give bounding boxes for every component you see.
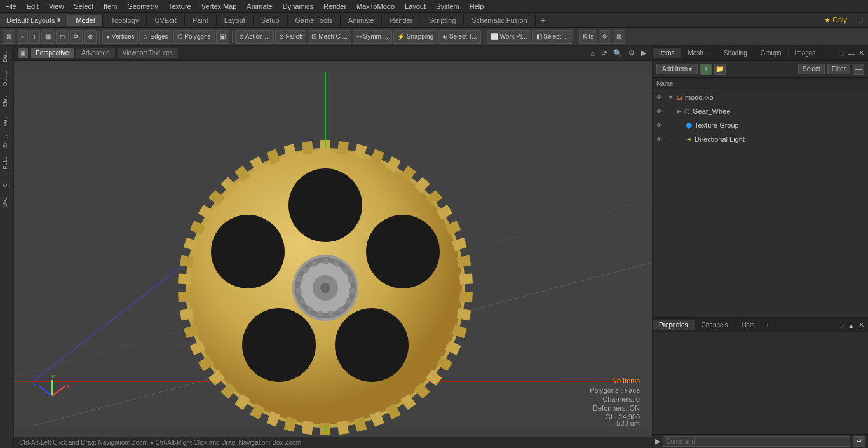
menu-edit[interactable]: Edit (22, 1, 44, 11)
item-arrow-expand[interactable]: ▼ (668, 94, 674, 100)
item-eye-icon[interactable]: 👁 (655, 93, 664, 102)
tb-selecti-btn[interactable]: ◧ Selecti ... (532, 30, 574, 44)
vp-settings-icon[interactable]: ⚙ (627, 49, 637, 57)
layout-tab-animate[interactable]: Animate (341, 15, 382, 26)
vp-tab-perspective[interactable]: Perspective (31, 48, 74, 58)
viewport-toggle[interactable]: ▣ (18, 48, 28, 58)
bottom-tab-channels[interactable]: Channels (695, 320, 735, 330)
add-item-button[interactable]: Add Item ▾ (656, 64, 698, 74)
vp-expand-icon[interactable]: ▶ (639, 49, 648, 57)
layout-tab-scripting[interactable]: Scripting (421, 15, 465, 26)
tb-plus-btn[interactable]: ⊕ (84, 30, 97, 44)
vp-refresh-icon[interactable]: ⟳ (599, 49, 609, 57)
layout-tab-setup[interactable]: Setup (254, 15, 288, 26)
vp-zoom-icon[interactable]: 🔍 (611, 49, 624, 57)
tb-rotate-btn[interactable]: ⟳ (70, 30, 83, 44)
tb-grid-btn[interactable]: ⊞ (3, 30, 15, 44)
menu-geometry[interactable]: Geometry (122, 1, 163, 11)
menu-render[interactable]: Render (318, 1, 351, 11)
tb-edges-btn[interactable]: ◇ Edges (139, 30, 172, 44)
vp-tab-advanced[interactable]: Advanced (76, 48, 114, 58)
tb-box-btn[interactable]: ◻ (56, 30, 69, 44)
menu-vertexmap[interactable]: Vertex Map (196, 1, 242, 11)
menu-select[interactable]: Select (69, 1, 98, 11)
panel-close-icon[interactable]: ✕ (857, 49, 865, 57)
list-item-gear[interactable]: 👁 ▶ ⬡ Gear_Wheel (653, 104, 868, 118)
tb-action-btn[interactable]: ⊙ Action ... (235, 30, 274, 44)
panel-tab-shading[interactable]: Shading (717, 48, 754, 58)
layout-tab-render[interactable]: Render (382, 15, 421, 26)
tb-mesh-btn[interactable]: ⊡ Mesh C ... (308, 30, 351, 44)
tb-circle-btn[interactable]: ○ (17, 30, 28, 44)
command-input[interactable] (663, 436, 850, 447)
tb-layout-icon[interactable]: ⊞ (613, 30, 625, 44)
bottom-collapse-icon[interactable]: ▲ (846, 322, 856, 329)
layout-tab-uvedit[interactable]: UVEdit (147, 15, 184, 26)
tb-snap-btn[interactable]: ⚡ Snapping (393, 30, 437, 44)
layout-tab-paint[interactable]: Paint (185, 15, 217, 26)
item-eye-icon-gear[interactable]: 👁 (655, 107, 664, 116)
panel-add-icon[interactable]: + (700, 64, 712, 75)
sidebar-item-dup[interactable]: Dup... (0, 66, 13, 90)
menu-item[interactable]: Item (98, 1, 122, 11)
tb-workpl-btn[interactable]: ⬜ Work Pl... (487, 30, 531, 44)
list-item-texture[interactable]: 👁 🔷 Texture Group (653, 118, 868, 132)
items-filter-button[interactable]: Filter (827, 64, 850, 74)
bottom-tab-lists[interactable]: Lists (735, 320, 762, 330)
tb-arrow-btn[interactable]: ↕ (29, 30, 40, 44)
menu-maxtomodo[interactable]: MaxToModo (351, 1, 400, 11)
viewport-3d[interactable]: No Items Polygons : Face Channels: 0 Def… (14, 61, 652, 437)
list-item-light[interactable]: 👁 ☀ Directional Light (653, 132, 868, 146)
panel-tab-mesh[interactable]: Mesh ... (681, 48, 717, 58)
menu-help[interactable]: Help (465, 1, 489, 11)
panel-expand-icon[interactable]: ⊞ (837, 49, 845, 57)
vp-home-icon[interactable]: ⌂ (588, 50, 597, 57)
item-eye-icon-texture[interactable]: 👁 (655, 121, 664, 130)
panel-tab-images[interactable]: Images (789, 48, 823, 58)
layout-dropdown[interactable]: Default Layouts ▾ (0, 14, 68, 26)
sidebar-item-c[interactable]: C... (0, 173, 13, 191)
layout-tab-layout[interactable]: Layout (217, 15, 254, 26)
bottom-tab-properties[interactable]: Properties (653, 320, 695, 330)
layout-expand-button[interactable]: ⊞ (852, 14, 868, 26)
menu-dynamics[interactable]: Dynamics (278, 1, 318, 11)
menu-layout[interactable]: Layout (400, 1, 431, 11)
sidebar-item-uv[interactable]: UV... (0, 191, 13, 211)
tb-selectmode-btn[interactable]: ▣ (216, 30, 229, 44)
cmd-arrow-icon[interactable]: ▶ (655, 437, 660, 445)
panel-tab-groups[interactable]: Groups (754, 48, 789, 58)
menu-system[interactable]: System (431, 1, 465, 11)
tb-refresh-icon[interactable]: ⟳ (599, 30, 611, 44)
bottom-expand-icon[interactable]: ⊞ (837, 321, 845, 329)
menu-texture[interactable]: Texture (163, 1, 196, 11)
vp-tab-textures[interactable]: Viewport Textures (118, 48, 178, 58)
layout-tab-topology[interactable]: Topology (103, 15, 147, 26)
sidebar-item-pol[interactable]: Pol... (0, 152, 13, 173)
items-minus-icon[interactable]: — (853, 64, 864, 75)
item-eye-icon-light[interactable]: 👁 (655, 135, 664, 144)
panel-folder-icon[interactable]: 📁 (714, 64, 726, 75)
bottom-panel-plus[interactable]: + (761, 319, 773, 332)
layout-tab-gametools[interactable]: Game Tools (288, 15, 341, 26)
menu-animate[interactable]: Animate (241, 1, 277, 11)
tb-polygons-btn[interactable]: ⬡ Polygons (173, 30, 215, 44)
panel-collapse-icon[interactable]: — (846, 50, 856, 57)
tb-select-btn[interactable]: ▦ (41, 30, 55, 44)
layout-tab-model[interactable]: Model (68, 15, 103, 26)
tb-selectt-btn[interactable]: ◈ Select T... (438, 30, 481, 44)
sidebar-item-em[interactable]: Em... (0, 130, 13, 152)
bottom-close-icon[interactable]: ✕ (857, 321, 865, 329)
sidebar-item-mesh[interactable]: Me... (0, 90, 13, 111)
sidebar-item-de[interactable]: De... (0, 46, 13, 66)
menu-view[interactable]: View (44, 1, 69, 11)
layout-plus-button[interactable]: + (536, 13, 551, 27)
list-item-modo[interactable]: 👁 ▼ 🗂 modo.lxo (653, 90, 868, 104)
panel-tab-items[interactable]: Items (653, 48, 681, 58)
tb-kits-btn[interactable]: Kits (579, 30, 597, 44)
menu-file[interactable]: File (0, 1, 22, 11)
cmd-submit-button[interactable]: ↵ (853, 436, 865, 447)
layout-tab-schematic[interactable]: Schematic Fusion (464, 15, 535, 26)
tb-symm-btn[interactable]: ⇔ Symm ... (353, 30, 392, 44)
item-arrow-gear[interactable]: ▶ (677, 108, 681, 114)
tb-falloff-btn[interactable]: ⊙ Falloff (275, 30, 307, 44)
